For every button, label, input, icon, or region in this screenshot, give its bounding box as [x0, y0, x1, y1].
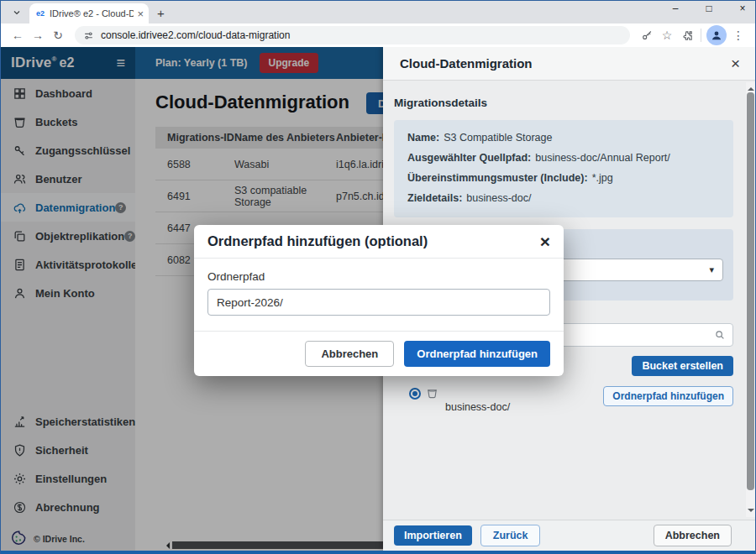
detail-target: Zieldetails:business-doc/	[407, 192, 720, 204]
modal-title: Ordnerpfad hinzufügen (optional)	[207, 233, 428, 249]
modal-footer: Abbrechen Ordnerpfad hinzufügen	[194, 331, 564, 375]
bucket-name: business-doc/	[445, 401, 510, 413]
site-settings-icon[interactable]	[83, 30, 94, 41]
new-tab-button[interactable]: +	[157, 6, 165, 20]
toolbar-divider	[701, 29, 701, 42]
tab-strip: e2 IDrive® e2 - Cloud-Datenmigra × + – □…	[1, 1, 755, 24]
window-close-button[interactable]: ×	[737, 3, 748, 14]
drawer-scrollbar[interactable]	[746, 82, 755, 517]
create-bucket-button[interactable]: Bucket erstellen	[632, 356, 733, 376]
tab-title: IDrive® e2 - Cloud-Datenmigra	[50, 8, 134, 18]
window-maximize-button[interactable]: □	[703, 3, 715, 14]
detail-include-pattern: Übereinstimmungsmuster (Include):*.jpg	[407, 172, 720, 184]
chevron-down-icon	[12, 8, 22, 18]
address-bar: ← → ↻ console.idrivee2.com/cloud-data-mi…	[1, 24, 755, 47]
modal-close-icon[interactable]: ×	[540, 233, 550, 250]
modal-cancel-button[interactable]: Abbrechen	[305, 341, 394, 367]
modal-body: Ordnerpfad	[194, 259, 564, 331]
tab-favicon: e2	[36, 9, 45, 18]
scroll-down-arrow-icon[interactable]	[748, 509, 754, 515]
password-key-icon[interactable]	[637, 29, 657, 42]
folder-path-label: Ordnerpfad	[207, 270, 550, 283]
add-folder-path-button[interactable]: Ordnerpfad hinzufügen	[603, 386, 733, 406]
bucket-icon	[426, 387, 438, 400]
window-minimize-button[interactable]: –	[669, 3, 681, 14]
browser-tab[interactable]: e2 IDrive® e2 - Cloud-Datenmigra ×	[29, 3, 149, 24]
modal-header: Ordnerpfad hinzufügen (optional) ×	[194, 225, 564, 259]
back-button[interactable]: ←	[8, 29, 28, 42]
add-folder-path-modal: Ordnerpfad hinzufügen (optional) × Ordne…	[194, 225, 564, 376]
tab-search-button[interactable]	[6, 3, 28, 22]
migration-details-title: Migrationsdetails	[394, 97, 733, 109]
bookmark-star-icon[interactable]: ☆	[657, 29, 677, 42]
drawer-header: Cloud-Datenmigration ×	[383, 47, 755, 81]
profile-avatar[interactable]	[706, 25, 727, 45]
forward-button[interactable]: →	[28, 29, 48, 42]
back-button-drawer[interactable]: Zurück	[480, 525, 541, 546]
tab-close-icon[interactable]: ×	[137, 8, 144, 19]
scroll-up-arrow-icon[interactable]	[748, 84, 754, 91]
bucket-list-item[interactable]: business-doc/ Ordnerpfad hinzufügen	[394, 386, 733, 413]
import-button[interactable]: Importieren	[394, 525, 472, 546]
migration-details-box: Name:S3 Compatible Storage Ausgewählter …	[394, 120, 733, 217]
modal-submit-button[interactable]: Ordnerpfad hinzufügen	[404, 341, 550, 367]
app-area: IDrive® e2 ≡ Dashboard Buckets Zugangssc…	[1, 47, 755, 554]
cancel-button-drawer[interactable]: Abbrechen	[654, 525, 732, 546]
drawer-close-icon[interactable]: ×	[731, 55, 740, 71]
folder-path-input[interactable]	[207, 289, 550, 316]
browser-menu-icon[interactable]: ⋮	[728, 29, 748, 42]
search-icon	[714, 329, 726, 341]
extensions-puzzle-icon[interactable]	[677, 29, 697, 42]
url-field[interactable]: console.idrivee2.com/cloud-data-migratio…	[75, 26, 630, 44]
detail-source-path: Ausgewählter Quellpfad:business-doc/Annu…	[407, 152, 720, 164]
bucket-radio-selected[interactable]	[409, 388, 421, 400]
drawer-footer: Importieren Zurück Abbrechen	[383, 520, 755, 551]
url-text: console.idrivee2.com/cloud-data-migratio…	[101, 29, 290, 41]
reload-button[interactable]: ↻	[48, 29, 68, 42]
bottom-accent-strip	[1, 551, 755, 554]
browser-window: e2 IDrive® e2 - Cloud-Datenmigra × + – □…	[0, 0, 756, 554]
detail-name: Name:S3 Compatible Storage	[407, 132, 720, 144]
chevron-down-icon: ▾	[709, 264, 714, 275]
drawer-title: Cloud-Datenmigration	[400, 56, 533, 71]
scrollbar-thumb[interactable]	[747, 92, 754, 490]
